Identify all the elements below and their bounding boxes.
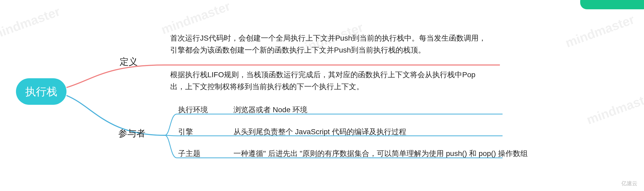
participant-row: 执行环境 浏览器或者 Node 环境 <box>178 105 307 115</box>
branch-definition-label[interactable]: 定义 <box>120 56 138 68</box>
definition-line-1: 首次运行JS代码时，会创建一个全局执行上下文并Push到当前的执行栈中。每当发生… <box>170 32 489 56</box>
branch-participants-label[interactable]: 参与者 <box>118 127 145 140</box>
participant-key: 子主题 <box>178 149 231 159</box>
participant-value: 一种遵循" 后进先出 "原则的有序数据集合，可以简单理解为使用 push() 和… <box>233 149 528 158</box>
root-label: 执行栈 <box>25 84 57 99</box>
watermark: mindmaster <box>0 4 62 42</box>
root-node[interactable]: 执行栈 <box>16 78 66 105</box>
participant-key: 引擎 <box>178 127 231 137</box>
watermark: mindmaster <box>159 0 232 37</box>
decorative-pill <box>580 0 644 9</box>
mindmap-connectors <box>0 0 644 191</box>
participant-value: 从头到尾负责整个 JavaScript 代码的编译及执行过程 <box>233 128 406 136</box>
participant-value: 浏览器或者 Node 环境 <box>233 106 308 114</box>
footer-logo: 亿速云 <box>621 180 637 187</box>
participant-row: 引擎 从头到尾负责整个 JavaScript 代码的编译及执行过程 <box>178 127 406 137</box>
participant-row: 子主题 一种遵循" 后进先出 "原则的有序数据集合，可以简单理解为使用 push… <box>178 149 528 159</box>
watermark: mindmaster <box>563 12 636 50</box>
watermark: mindmaster <box>585 89 644 127</box>
definition-line-2: 根据执行栈LIFO规则，当栈顶函数运行完成后，其对应的函数执行上下文将会从执行栈… <box>170 69 489 93</box>
participant-key: 执行环境 <box>178 105 231 115</box>
